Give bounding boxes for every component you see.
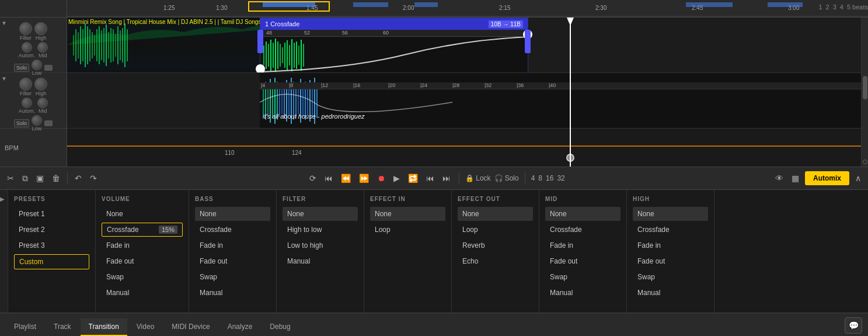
track1-autom-knob[interactable]	[22, 42, 32, 53]
eye-btn[interactable]: 👁	[773, 172, 786, 184]
effect-out-loop[interactable]: Loop	[458, 223, 533, 237]
bass-fadein[interactable]: Fade in	[195, 238, 270, 252]
track1-low-knob[interactable]	[32, 60, 42, 70]
filter-high-to-low[interactable]: High to low	[283, 223, 358, 237]
rewind-btn[interactable]: ⏮	[322, 172, 335, 184]
bpm-label: BPM	[0, 129, 67, 167]
bass-none[interactable]: None	[195, 207, 270, 221]
tab-analyze[interactable]: Analyze	[219, 318, 261, 336]
effect-out-echo[interactable]: Echo	[458, 254, 533, 268]
effect-in-none[interactable]: None	[370, 207, 445, 221]
high-none[interactable]: None	[633, 207, 708, 221]
crossfade-block[interactable]: 1 Crossfade 10B → 11B 48 52 56 60	[260, 18, 528, 73]
beat-4[interactable]: 4	[531, 174, 535, 182]
high-fadeout[interactable]: Fade out	[633, 254, 708, 268]
track2-waveform[interactable]: it's all about house - pedrorodriguez |4…	[67, 73, 868, 129]
tab-video[interactable]: Video	[128, 318, 162, 336]
track1-high-knob[interactable]	[34, 22, 47, 35]
scroll-thumb[interactable]	[863, 76, 867, 99]
filter-low-to-high[interactable]: Low to high	[283, 238, 358, 252]
tab-transition[interactable]: Transition	[81, 318, 127, 336]
volume-none[interactable]: None	[102, 207, 183, 221]
bass-swap[interactable]: Swap	[195, 270, 270, 284]
bass-crossfade[interactable]: Crossfade	[195, 223, 270, 237]
preset1-item[interactable]: Preset 1	[14, 207, 89, 221]
track2-filter-knob[interactable]	[19, 78, 32, 91]
redo-btn[interactable]: ↷	[88, 172, 99, 184]
collapse-toolbar-btn[interactable]: ∧	[853, 172, 863, 184]
scroll-bar[interactable]	[861, 18, 868, 167]
track1-waveform[interactable]: Minmini Remix Song | Tropical House Mix …	[67, 18, 868, 73]
track2-high-label: High	[36, 91, 47, 96]
high-manual[interactable]: Manual	[633, 286, 708, 300]
bass-manual[interactable]: Manual	[195, 286, 270, 300]
effect-in-loop[interactable]: Loop	[370, 223, 445, 237]
mid-fadeout[interactable]: Fade out	[545, 254, 621, 268]
ruler-marker-125: 1:25	[163, 5, 175, 11]
mid-crossfade[interactable]: Crossfade	[545, 223, 621, 237]
track2-eq-toggle[interactable]	[44, 120, 53, 126]
repeat-btn[interactable]: 🔁	[406, 172, 420, 184]
track1-mid-knob[interactable]	[37, 42, 48, 53]
automix-btn[interactable]: Automix	[805, 171, 849, 185]
chat-icon[interactable]: 💬	[845, 317, 862, 334]
track2-solo-btn[interactable]: Solo	[14, 119, 29, 127]
track2-mid-knob[interactable]	[37, 98, 48, 108]
play-btn[interactable]: ▶	[391, 172, 402, 184]
skip-back-btn[interactable]: ⏮	[424, 172, 437, 184]
beat-32[interactable]: 32	[557, 174, 564, 182]
skip-forward-btn[interactable]: ⏭	[440, 172, 453, 184]
track2-low-knob[interactable]	[32, 115, 42, 126]
tab-debug[interactable]: Debug	[262, 318, 298, 336]
track1-filter-knob[interactable]	[19, 22, 32, 35]
volume-manual[interactable]: Manual	[102, 286, 183, 300]
track1-solo-btn[interactable]: Solo	[14, 64, 29, 72]
solo-btn[interactable]: 🎧 Solo	[494, 174, 519, 182]
track1-collapse[interactable]: ▼	[1, 20, 7, 26]
filter-none[interactable]: None	[283, 207, 358, 221]
beat-8[interactable]: 8	[538, 174, 542, 182]
tab-playlist[interactable]: Playlist	[6, 318, 44, 336]
svg-rect-64	[302, 85, 304, 117]
tab-midi-device[interactable]: MIDI Device	[163, 318, 218, 336]
tab-track[interactable]: Track	[46, 318, 79, 336]
effect-out-reverb[interactable]: Reverb	[458, 238, 533, 252]
copy-btn[interactable]: ⧉	[20, 172, 30, 185]
high-crossfade[interactable]: Crossfade	[633, 223, 708, 237]
caption-btn[interactable]: ▦	[789, 172, 801, 184]
volume-fadein[interactable]: Fade in	[102, 238, 183, 252]
effect-out-none[interactable]: None	[458, 207, 533, 221]
mid-swap[interactable]: Swap	[545, 270, 621, 284]
beat-counter: 1 2 3 4 5 beats	[818, 4, 868, 11]
loop-btn[interactable]: ⟳	[307, 172, 319, 184]
custom-item[interactable]: Custom	[14, 254, 89, 269]
high-swap[interactable]: Swap	[633, 270, 708, 284]
mid-fadein[interactable]: Fade in	[545, 238, 621, 252]
left-nav-toggle[interactable]: ▶	[0, 190, 8, 313]
undo-btn[interactable]: ↶	[72, 172, 84, 184]
mid-manual[interactable]: Manual	[545, 286, 621, 300]
high-fadein[interactable]: Fade in	[633, 238, 708, 252]
delete-btn[interactable]: 🗑	[50, 172, 62, 184]
preset3-item[interactable]: Preset 3	[14, 238, 89, 252]
beat-16[interactable]: 16	[546, 174, 553, 182]
track1-eq-toggle[interactable]	[44, 65, 53, 71]
ruler-marker-200: 2:00	[403, 5, 414, 11]
fast-forward-btn[interactable]: ⏩	[357, 172, 371, 184]
bass-fadeout[interactable]: Fade out	[195, 254, 270, 268]
volume-swap[interactable]: Swap	[102, 270, 183, 284]
volume-crossfade[interactable]: Crossfade 15%	[102, 223, 183, 237]
preset2-item[interactable]: Preset 2	[14, 223, 89, 237]
filter-manual[interactable]: Manual	[283, 254, 358, 268]
fast-rewind-btn[interactable]: ⏪	[339, 172, 353, 184]
scissors-btn[interactable]: ✂	[5, 172, 16, 184]
mid-none[interactable]: None	[545, 207, 621, 221]
record-btn[interactable]: ⏺	[375, 172, 388, 184]
track1-high-label: High	[36, 35, 47, 41]
track2-collapse[interactable]: ▼	[1, 75, 7, 82]
track2-high-knob[interactable]	[34, 78, 47, 91]
track2-autom-knob[interactable]	[22, 98, 32, 108]
paste-btn[interactable]: ▣	[34, 172, 46, 184]
volume-fadeout[interactable]: Fade out	[102, 254, 183, 268]
lock-btn[interactable]: 🔒 Lock	[465, 174, 490, 182]
